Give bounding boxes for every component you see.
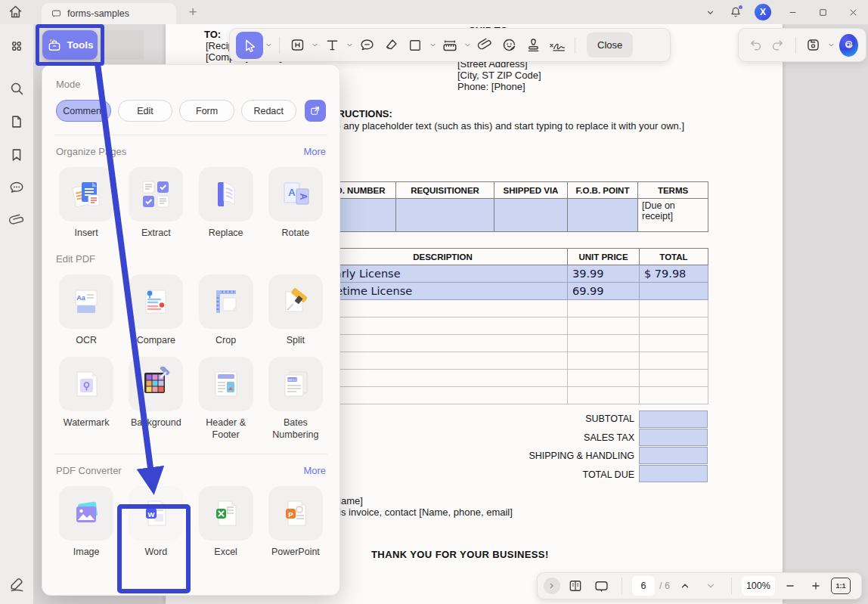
bookmarks-button[interactable]	[8, 147, 25, 163]
notifications-button[interactable]	[723, 0, 749, 24]
measure-dropdown[interactable]	[462, 34, 473, 57]
organize-more-link[interactable]: More	[303, 146, 326, 157]
tool-header-footer[interactable]: Header & Footer	[196, 357, 256, 441]
tool-insert[interactable]: Insert	[56, 167, 116, 240]
tool-crop[interactable]: Crop	[196, 274, 256, 347]
highlight-tool-icon	[290, 37, 305, 53]
toolbar-divider	[731, 578, 732, 594]
highlighter-pen-button[interactable]	[379, 33, 403, 57]
select-cursor-button[interactable]	[236, 32, 263, 59]
excel-convert-icon	[209, 496, 243, 531]
mode-form-button[interactable]: Form	[179, 100, 234, 122]
save-dropdown[interactable]	[826, 34, 836, 57]
page-number-input[interactable]: 6	[632, 576, 655, 596]
instructions-body: [Tap any placeholder text (such as this)…	[322, 120, 684, 132]
shipping-field[interactable]	[639, 447, 708, 464]
attachments-button[interactable]	[8, 212, 25, 229]
tool-ocr[interactable]: Aa OCR	[56, 274, 116, 347]
reading-view-button[interactable]	[565, 575, 586, 596]
tabs-dropdown-button[interactable]	[697, 0, 723, 24]
search-button[interactable]	[8, 80, 25, 97]
user-avatar[interactable]: X	[755, 4, 771, 20]
total-due-field[interactable]	[639, 465, 708, 482]
plus-icon	[811, 581, 821, 591]
tool-split[interactable]: Split	[265, 274, 326, 347]
document-tab[interactable]: forms-samples	[42, 3, 176, 24]
mode-comment-button[interactable]: Comment	[56, 100, 111, 122]
tool-background[interactable]: Background	[126, 357, 186, 441]
two-page-view-icon	[568, 578, 583, 593]
next-page-button[interactable]	[700, 575, 721, 596]
zoom-in-button[interactable]	[805, 575, 826, 596]
item-total[interactable]	[640, 283, 708, 300]
previous-page-button[interactable]	[674, 575, 696, 596]
text-dropdown[interactable]	[344, 34, 355, 57]
actual-size-button[interactable]: 1:1	[831, 578, 851, 594]
measure-tool-button[interactable]	[438, 33, 462, 57]
cursor-icon	[242, 38, 257, 53]
tool-compare[interactable]: Compare	[126, 274, 186, 347]
mode-redact-button[interactable]: Redact	[241, 100, 296, 122]
tool-convert-powerpoint[interactable]: P PowerPoint	[265, 486, 326, 559]
comment-tool-button[interactable]	[355, 33, 379, 57]
open-mode-external-button[interactable]	[305, 100, 326, 122]
shape-tool-button[interactable]	[403, 33, 427, 57]
close-toolbar-button[interactable]: Close	[587, 33, 633, 57]
shape-dropdown[interactable]	[427, 34, 438, 57]
comments-button[interactable]	[8, 179, 25, 196]
tool-replace[interactable]: Replace	[196, 167, 256, 240]
converter-more-link[interactable]: More	[303, 465, 326, 476]
svg-text:A: A	[288, 187, 296, 198]
subtotal-field[interactable]	[639, 410, 708, 428]
highlight-dropdown[interactable]	[309, 34, 320, 57]
maximize-button[interactable]	[808, 0, 838, 24]
highlight-tool-button[interactable]	[285, 33, 309, 57]
new-tab-button[interactable]: +	[184, 3, 202, 21]
redo-button[interactable]	[768, 34, 787, 57]
presentation-mode-button[interactable]	[591, 575, 612, 596]
stamp-tool-button[interactable]	[521, 33, 545, 57]
item-description[interactable]: Lifetime License	[318, 283, 568, 300]
cursor-dropdown[interactable]	[263, 34, 274, 57]
tool-extract[interactable]: Extract	[126, 167, 186, 240]
item-description[interactable]: Yearly License	[318, 265, 568, 283]
sticker-icon	[501, 37, 517, 53]
tool-bates-numbering[interactable]: 000123 Bates Numbering	[265, 357, 326, 441]
sticker-tool-button[interactable]	[497, 33, 521, 57]
shipped-via-field[interactable]	[494, 199, 568, 232]
requisitioner-field[interactable]	[396, 199, 494, 232]
tool-label: Extract	[141, 228, 171, 240]
collapse-toolbar-button[interactable]	[544, 578, 560, 594]
item-unit-price[interactable]: 69.99	[568, 283, 640, 300]
item-row-empty	[318, 370, 708, 387]
item-total[interactable]: $ 79.98	[640, 265, 708, 283]
mode-edit-button[interactable]: Edit	[118, 100, 173, 122]
tool-label: Header & Footer	[196, 417, 256, 441]
tool-convert-image[interactable]: Image	[56, 486, 116, 559]
text-tool-button[interactable]	[320, 33, 344, 57]
apps-grid-button[interactable]	[8, 38, 25, 54]
undo-button[interactable]	[746, 34, 765, 57]
zoom-level-input[interactable]: 100%	[742, 576, 775, 596]
signature-tool-button[interactable]	[545, 33, 569, 57]
totals-label: SUBTOTAL	[362, 414, 634, 424]
tool-label: PowerPoint	[271, 547, 320, 559]
save-toolbar	[738, 28, 866, 62]
signature-pen-button[interactable]	[8, 576, 25, 593]
page-thumbnails-button[interactable]	[8, 113, 25, 130]
page-icon	[8, 113, 25, 130]
minimize-button[interactable]	[777, 0, 808, 24]
terms-value[interactable]: [Due on receipt]	[638, 199, 708, 232]
attachment-tool-button[interactable]	[473, 33, 497, 57]
tool-watermark[interactable]: Watermark	[56, 357, 116, 441]
save-button[interactable]	[804, 34, 823, 57]
sales-tax-field[interactable]	[639, 429, 708, 446]
close-window-button[interactable]	[838, 0, 868, 24]
home-button[interactable]	[8, 4, 26, 20]
fob-field[interactable]	[568, 199, 638, 232]
ai-assistant-button[interactable]	[839, 34, 858, 57]
tool-rotate[interactable]: A A Rotate	[265, 167, 326, 240]
item-unit-price[interactable]: 39.99	[568, 265, 640, 283]
zoom-out-button[interactable]	[780, 575, 801, 596]
tool-convert-excel[interactable]: Excel	[196, 486, 256, 559]
